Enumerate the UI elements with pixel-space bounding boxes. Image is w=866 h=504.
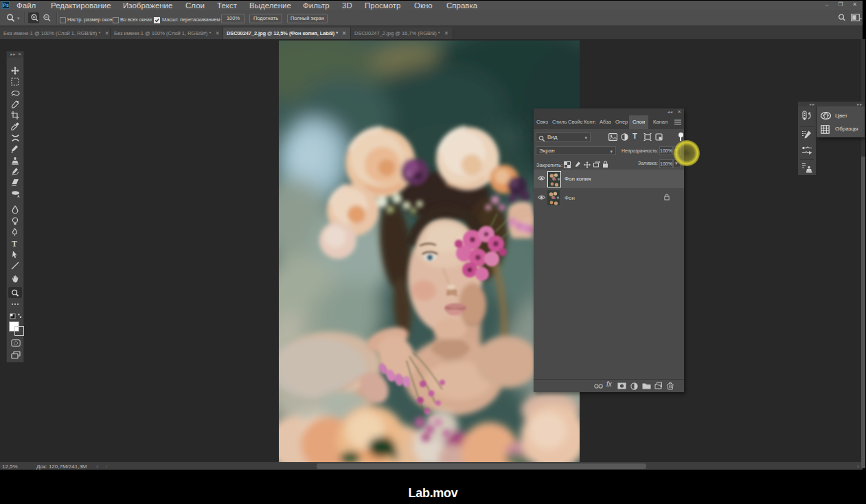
- svg-text:T: T: [12, 239, 17, 247]
